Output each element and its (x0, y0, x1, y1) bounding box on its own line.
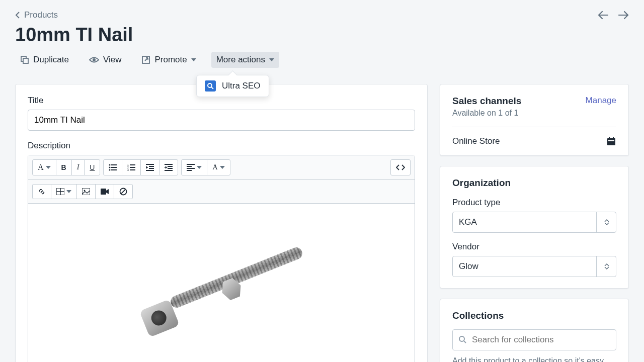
organization-card: Organization Product type KGA Vendor Glo… (440, 166, 629, 289)
svg-rect-16 (130, 169, 135, 170)
page-title: 10mm TI Nail (15, 24, 629, 46)
svg-rect-6 (111, 164, 117, 165)
caret-down-icon (197, 166, 202, 169)
table-icon (56, 188, 64, 195)
svg-rect-40 (608, 140, 614, 141)
next-product-button[interactable] (618, 11, 629, 20)
popover-item-ultra-seo[interactable]: Ultra SEO (222, 81, 261, 91)
editor-content[interactable] (28, 204, 415, 362)
font-style-button[interactable]: A (33, 160, 56, 175)
product-image (96, 211, 347, 362)
numbered-list-button[interactable]: 123 (122, 160, 141, 175)
more-actions-button[interactable]: More actions (211, 52, 279, 68)
svg-rect-20 (146, 170, 154, 171)
select-arrows-icon (596, 256, 616, 277)
svg-rect-8 (111, 167, 117, 168)
code-icon (396, 164, 405, 170)
editor-toolbar-row2 (28, 180, 415, 204)
align-button[interactable] (182, 160, 207, 175)
svg-rect-18 (149, 166, 154, 167)
description-editor: A B I U 123 A (28, 155, 415, 362)
title-input[interactable] (28, 110, 415, 131)
outdent-button[interactable] (141, 160, 159, 175)
calendar-icon[interactable] (606, 136, 616, 146)
caret-down-icon (220, 166, 225, 169)
duplicate-icon (20, 55, 29, 64)
caret-down-icon (269, 58, 274, 61)
outdent-icon (146, 164, 154, 171)
indent-icon (165, 164, 173, 171)
image-icon (82, 188, 90, 195)
chevron-left-icon (15, 11, 20, 19)
svg-rect-1 (23, 58, 28, 63)
view-button[interactable]: View (84, 52, 127, 68)
svg-rect-21 (165, 164, 173, 165)
vendor-select[interactable]: Glow (452, 256, 616, 277)
sales-channels-card: Sales channels Available on 1 of 1 Manag… (440, 84, 629, 156)
ultra-seo-icon (205, 80, 216, 92)
collections-helper: Add this product to a collection so it's… (452, 356, 616, 362)
collections-search-input[interactable] (452, 329, 616, 350)
collections-card: Collections Add this product to a collec… (440, 299, 629, 362)
prev-product-button[interactable] (598, 11, 609, 20)
svg-rect-25 (187, 164, 195, 165)
promote-button[interactable]: Promote (136, 52, 201, 68)
svg-rect-38 (609, 137, 610, 139)
bullet-list-icon (109, 164, 117, 171)
svg-text:3: 3 (127, 168, 129, 171)
svg-point-5 (109, 164, 111, 166)
more-actions-popover: Ultra SEO (196, 75, 269, 97)
promote-label: Promote (154, 55, 187, 65)
manage-link[interactable]: Manage (586, 96, 616, 106)
view-label: View (103, 55, 122, 65)
svg-point-9 (109, 169, 111, 171)
indent-button[interactable] (159, 160, 178, 175)
video-icon (101, 189, 109, 195)
svg-point-41 (459, 336, 464, 341)
svg-point-7 (109, 167, 111, 168)
svg-point-2 (93, 58, 96, 61)
svg-rect-17 (146, 164, 154, 165)
html-button[interactable] (391, 160, 410, 175)
svg-point-4 (208, 83, 212, 87)
svg-rect-19 (149, 168, 154, 169)
caret-down-icon (191, 58, 196, 61)
svg-rect-23 (168, 168, 173, 169)
svg-rect-24 (165, 170, 173, 171)
select-arrows-icon (596, 212, 616, 233)
link-button[interactable] (33, 185, 51, 199)
image-button[interactable] (77, 185, 96, 199)
svg-rect-10 (111, 169, 117, 170)
caret-down-icon (46, 166, 51, 169)
svg-rect-14 (130, 167, 135, 168)
search-icon (458, 335, 466, 343)
sales-channels-heading: Sales channels (452, 96, 521, 107)
clear-format-button[interactable] (114, 185, 132, 199)
duplicate-button[interactable]: Duplicate (15, 52, 74, 68)
caret-down-icon (66, 190, 71, 193)
product-type-label: Product type (452, 198, 616, 208)
italic-button[interactable]: I (72, 160, 85, 175)
text-color-button[interactable]: A (207, 160, 229, 175)
svg-rect-28 (187, 170, 192, 171)
duplicate-label: Duplicate (33, 55, 69, 65)
video-button[interactable] (96, 185, 114, 199)
svg-rect-26 (187, 166, 192, 167)
bullet-list-button[interactable] (104, 160, 122, 175)
arrow-left-icon (598, 11, 609, 20)
link-icon (38, 188, 46, 196)
underline-button[interactable]: U (85, 160, 100, 175)
more-actions-label: More actions (216, 55, 265, 65)
arrow-right-icon (618, 11, 629, 20)
breadcrumb[interactable]: Products (15, 10, 58, 20)
svg-rect-37 (607, 138, 615, 145)
editor-toolbar: A B I U 123 A (28, 155, 415, 180)
bold-button[interactable]: B (56, 160, 72, 175)
product-type-select[interactable]: KGA (452, 212, 616, 233)
table-button[interactable] (51, 185, 77, 199)
eye-icon (89, 56, 99, 63)
sales-channels-sub: Available on 1 of 1 (452, 109, 521, 118)
align-icon (187, 164, 195, 171)
clear-icon (119, 188, 127, 196)
numbered-list-icon: 123 (127, 164, 135, 171)
